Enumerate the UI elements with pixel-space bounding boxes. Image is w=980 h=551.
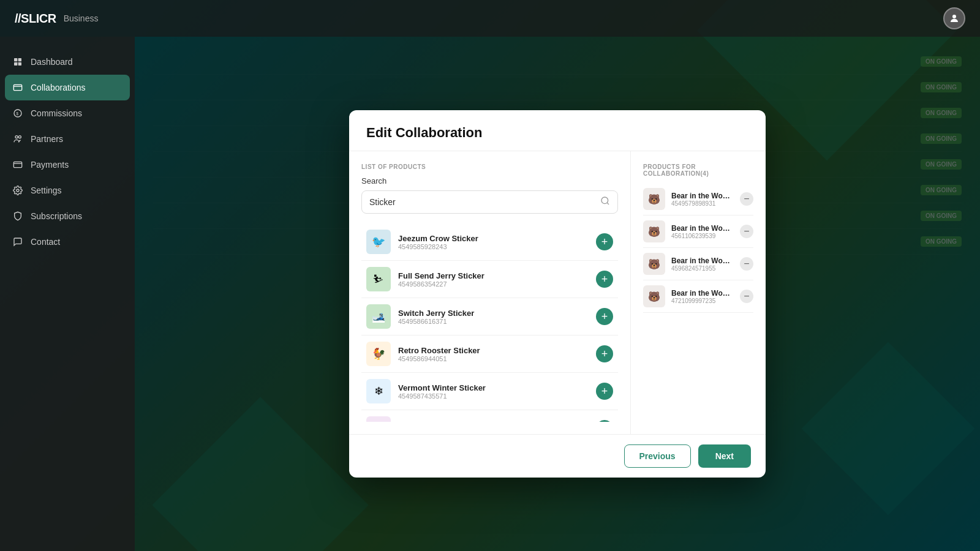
sidebar-item-settings[interactable]: Settings <box>0 178 135 203</box>
collab-product-sku: 4596824571955 <box>671 265 734 272</box>
collab-product-sku: 4721099997235 <box>671 298 734 304</box>
dashboard-icon <box>12 56 23 67</box>
payments-icon <box>12 159 23 170</box>
collab-info: Bear in the Woods 3" M... 4721099997235 <box>671 289 734 304</box>
list-item: 🎿 Switch Jerry Sticker 4549586616371 + <box>361 298 618 335</box>
commissions-icon: $ <box>12 108 23 119</box>
sidebar-item-subscriptions[interactable]: Subscriptions <box>0 203 135 229</box>
svg-rect-11 <box>13 162 21 167</box>
collab-product-sku: 4549579898931 <box>671 200 734 207</box>
list-item: 🐄 Beltie Cow Euro Sticker 4549599723571 … <box>361 410 618 422</box>
product-info: Retro Rooster Sticker 4549586944051 <box>398 346 589 362</box>
remove-product-button[interactable]: − <box>740 192 753 206</box>
logo-text: //SLICR <box>15 12 56 26</box>
svg-rect-3 <box>14 62 17 66</box>
product-info: Beltie Cow Euro Sticker 4549599723571 <box>398 421 589 422</box>
list-item: 🐓 Retro Rooster Sticker 4549586944051 + <box>361 335 618 373</box>
collab-product-sku: 4561106239539 <box>671 233 734 239</box>
list-item: ❄ Vermont Winter Sticker 4549587435571 + <box>361 373 618 410</box>
collab-thumbnail: 🐻 <box>643 188 665 210</box>
sidebar-item-partners[interactable]: Partners <box>0 126 135 152</box>
svg-point-0 <box>952 15 956 18</box>
product-list: 🐦 Jeezum Crow Sticker 4549585928243 + ⛷ … <box>361 223 618 422</box>
sidebar-item-dashboard-label: Dashboard <box>31 57 73 67</box>
previous-button[interactable]: Previous <box>624 444 691 468</box>
product-name: Full Send Jerry Sticker <box>398 271 589 280</box>
list-of-products-label: LIST OF PRODUCTS <box>361 163 618 170</box>
collab-product-name: Bear in the Woods <box>671 224 734 233</box>
add-product-button[interactable]: + <box>596 271 613 288</box>
list-item: 🐻 Bear in the Woods Truc... 459682457195… <box>643 248 753 280</box>
list-item: 🐻 Bear in the Woods 3" M... 472109999723… <box>643 280 753 313</box>
collab-info: Bear in the Woods Truc... 4596824571955 <box>671 257 734 272</box>
product-list-panel: LIST OF PRODUCTS Search 🐦 Jee <box>349 151 631 434</box>
add-product-button[interactable]: + <box>596 308 613 325</box>
add-product-button[interactable]: + <box>596 233 613 250</box>
add-product-button[interactable]: + <box>596 420 613 422</box>
sidebar-item-contact[interactable]: Contact <box>0 229 135 255</box>
sidebar-item-settings-label: Settings <box>31 186 62 195</box>
sidebar-item-payments-label: Payments <box>31 160 69 170</box>
svg-point-9 <box>15 136 18 138</box>
collab-product-name: Bear in the Woods 3" M... <box>671 289 734 298</box>
modal-overlay: Edit Collaboration LIST OF PRODUCTS Sear… <box>135 37 980 551</box>
product-sku: 4549586944051 <box>398 355 589 362</box>
modal-footer: Previous Next <box>349 434 766 478</box>
svg-rect-5 <box>13 84 21 90</box>
modal-title: Edit Collaboration <box>366 125 748 141</box>
add-product-button[interactable]: + <box>596 345 613 362</box>
product-sku: 4549585928243 <box>398 243 589 250</box>
avatar[interactable] <box>943 7 965 29</box>
list-item: 🐻 Bear in the Woods 4561106239539 − <box>643 216 753 248</box>
sidebar-item-contact-label: Contact <box>31 237 60 247</box>
modal-header: Edit Collaboration <box>349 110 766 151</box>
search-input[interactable] <box>369 197 595 207</box>
collab-thumbnail: 🐻 <box>643 220 665 242</box>
sidebar-item-collaborations[interactable]: Collaborations <box>5 75 130 100</box>
sidebar-item-partners-label: Partners <box>31 134 63 144</box>
svg-point-13 <box>17 189 19 192</box>
next-button[interactable]: Next <box>698 444 751 468</box>
contact-icon <box>12 236 23 247</box>
collab-product-name: Bear in the Woods Sticker <box>671 192 734 200</box>
remove-product-button[interactable]: − <box>740 257 753 271</box>
svg-rect-4 <box>18 62 21 66</box>
collaborations-icon <box>12 82 23 93</box>
product-info: Vermont Winter Sticker 4549587435571 <box>398 383 589 400</box>
sidebar: Dashboard Collaborations $ Commissions P… <box>0 37 135 551</box>
sidebar-item-dashboard[interactable]: Dashboard <box>0 49 135 75</box>
product-name: Retro Rooster Sticker <box>398 346 589 355</box>
svg-text:$: $ <box>16 111 18 116</box>
product-name: Vermont Winter Sticker <box>398 383 589 392</box>
svg-rect-2 <box>18 58 21 61</box>
product-thumbnail: 🐓 <box>366 342 391 366</box>
product-thumbnail: 🎿 <box>366 304 391 329</box>
collab-thumbnail: 🐻 <box>643 285 665 307</box>
svg-point-10 <box>18 136 21 138</box>
product-sku: 4549586616371 <box>398 318 589 325</box>
subscriptions-icon <box>12 211 23 222</box>
sidebar-item-commissions[interactable]: $ Commissions <box>0 100 135 126</box>
collaboration-products-panel: PRODUCTS FOR COLLABORATION(4) 🐻 Bear in … <box>631 151 766 434</box>
product-name: Switch Jerry Sticker <box>398 309 589 318</box>
product-thumbnail: 🐦 <box>366 230 391 254</box>
sidebar-item-subscriptions-label: Subscriptions <box>31 211 82 221</box>
svg-line-15 <box>607 203 609 204</box>
sidebar-item-payments[interactable]: Payments <box>0 152 135 178</box>
product-sku: 4549587435571 <box>398 392 589 400</box>
svg-rect-1 <box>14 58 17 61</box>
search-label: Search <box>361 176 618 186</box>
list-item: ⛷ Full Send Jerry Sticker 4549586354227 … <box>361 261 618 298</box>
sidebar-item-collaborations-label: Collaborations <box>31 83 86 92</box>
collab-info: Bear in the Woods 4561106239539 <box>671 224 734 239</box>
remove-product-button[interactable]: − <box>740 225 753 238</box>
search-box <box>361 190 618 214</box>
content-area: ON GOING ON GOING ON GOING ON GOING ON G… <box>135 37 980 551</box>
product-info: Full Send Jerry Sticker 4549586354227 <box>398 271 589 288</box>
add-product-button[interactable]: + <box>596 383 613 400</box>
collab-thumbnail: 🐻 <box>643 253 665 275</box>
partners-icon <box>12 133 23 144</box>
list-item: 🐦 Jeezum Crow Sticker 4549585928243 + <box>361 223 618 261</box>
product-thumbnail: ⛷ <box>366 267 391 291</box>
remove-product-button[interactable]: − <box>740 290 753 303</box>
